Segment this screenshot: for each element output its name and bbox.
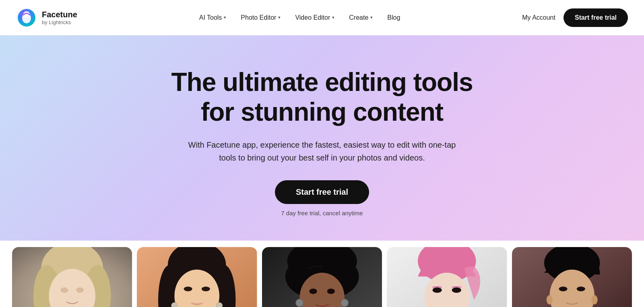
nav-cta-button[interactable]: Start free trial bbox=[564, 8, 628, 27]
svg-point-38 bbox=[576, 286, 585, 291]
svg-point-27 bbox=[341, 299, 348, 307]
nav-ai-tools[interactable]: AI Tools ▾ bbox=[193, 11, 233, 25]
photo-gallery bbox=[0, 241, 644, 307]
svg-point-25 bbox=[327, 288, 335, 294]
gallery-card-3 bbox=[262, 247, 382, 307]
svg-point-9 bbox=[60, 287, 68, 293]
navbar: Facetune by Lightricks AI Tools ▾ Photo … bbox=[0, 0, 644, 35]
brand-name: Facetune bbox=[42, 10, 77, 19]
svg-point-39 bbox=[546, 295, 552, 305]
nav-photo-editor[interactable]: Photo Editor ▾ bbox=[234, 11, 287, 25]
nav-account[interactable]: My Account bbox=[522, 14, 555, 21]
navbar-right: My Account Start free trial bbox=[522, 8, 628, 27]
create-chevron-icon: ▾ bbox=[370, 15, 373, 20]
ai-tools-chevron-icon: ▾ bbox=[224, 15, 226, 20]
logo-area: Facetune by Lightricks bbox=[16, 7, 77, 28]
svg-point-16 bbox=[184, 286, 192, 291]
photo-asian-man bbox=[512, 247, 632, 307]
nav-create[interactable]: Create ▾ bbox=[343, 11, 379, 25]
svg-point-37 bbox=[559, 286, 567, 291]
svg-point-26 bbox=[296, 299, 303, 307]
svg-point-40 bbox=[591, 295, 597, 305]
gallery-card-4 bbox=[387, 247, 507, 307]
hero-trial-note: 7 day free trial, cancel anytime bbox=[281, 210, 363, 216]
photo-black-woman bbox=[262, 247, 382, 307]
video-editor-chevron-icon: ▾ bbox=[332, 15, 334, 20]
svg-point-19 bbox=[217, 303, 223, 307]
nav-create-label: Create bbox=[349, 14, 368, 21]
photo-pink-hair bbox=[387, 247, 507, 307]
nav-video-editor[interactable]: Video Editor ▾ bbox=[289, 11, 341, 25]
gallery-card-1 bbox=[12, 247, 132, 307]
svg-point-10 bbox=[76, 287, 84, 293]
svg-point-31 bbox=[433, 287, 442, 293]
hero-title: The ultimate editing tools for stunning … bbox=[157, 68, 487, 127]
nav-ai-tools-label: AI Tools bbox=[199, 14, 222, 21]
photo-blonde-woman bbox=[12, 247, 132, 307]
nav-blog[interactable]: Blog bbox=[381, 11, 407, 25]
photo-editor-chevron-icon: ▾ bbox=[278, 15, 281, 20]
svg-point-17 bbox=[202, 286, 210, 291]
main-nav: AI Tools ▾ Photo Editor ▾ Video Editor ▾… bbox=[193, 11, 407, 25]
hero-subtitle: With Facetune app, experience the fastes… bbox=[185, 138, 459, 164]
hero-cta-button[interactable]: Start free trial bbox=[275, 180, 369, 204]
svg-point-18 bbox=[171, 303, 178, 307]
photo-asian-woman bbox=[137, 247, 257, 307]
brand-tagline: by Lightricks bbox=[42, 19, 77, 25]
logo-text: Facetune by Lightricks bbox=[42, 10, 77, 25]
svg-point-32 bbox=[452, 287, 461, 293]
nav-video-editor-label: Video Editor bbox=[295, 14, 330, 21]
logo-icon[interactable] bbox=[16, 7, 37, 28]
nav-blog-label: Blog bbox=[387, 14, 400, 21]
nav-photo-editor-label: Photo Editor bbox=[241, 14, 276, 21]
gallery-card-2 bbox=[137, 247, 257, 307]
svg-point-24 bbox=[309, 288, 317, 294]
hero-section: The ultimate editing tools for stunning … bbox=[0, 35, 644, 241]
gallery-card-5 bbox=[512, 247, 632, 307]
